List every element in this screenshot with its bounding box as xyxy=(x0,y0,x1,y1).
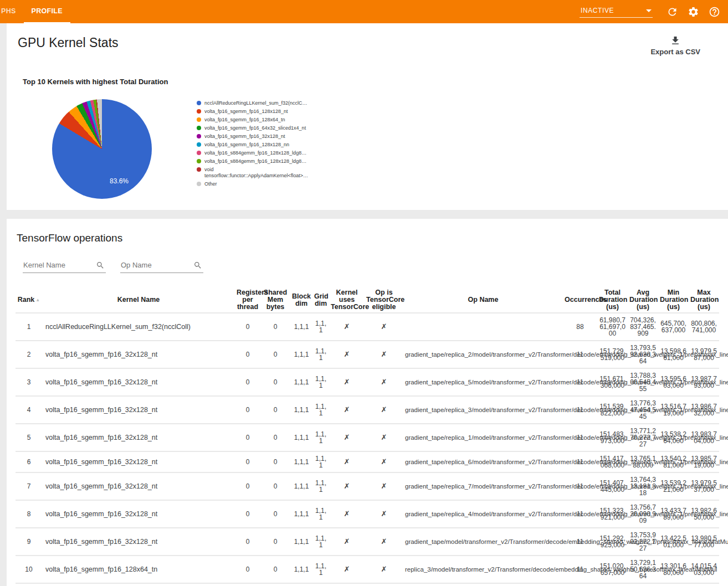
col-header-min[interactable]: Min Duration (us) xyxy=(658,287,689,313)
export-csv-button[interactable]: Export as CSV xyxy=(647,34,704,56)
legend-item: Other xyxy=(197,181,310,187)
legend-bullet-icon xyxy=(197,117,201,122)
cell-rank: 11 xyxy=(16,583,42,586)
cell-min: 13,598,661,000 xyxy=(658,341,689,368)
cell-shared_mem: 0 xyxy=(260,368,290,396)
col-header-label: Max Duration (us) xyxy=(690,289,719,311)
cell-grid_dim: 1,1,1 xyxy=(312,424,329,451)
col-header-tensorcore_eligible[interactable]: Op is TensorCore eligible xyxy=(365,287,403,313)
pie-chart: 83.6% xyxy=(52,99,152,199)
col-header-grid_dim[interactable]: Grid dim xyxy=(312,287,329,313)
cell-avg: 13,793,592,636.364 xyxy=(628,341,658,368)
gpu-kernel-stats-card: GPU Kernel Stats Export as CSV Top 10 Ke… xyxy=(7,23,728,210)
cell-op_name: gradient_tape/model/transformer_v2/Trans… xyxy=(403,528,563,556)
col-header-kernel[interactable]: Kernel Name xyxy=(42,287,235,313)
col-header-max[interactable]: Max Duration (us) xyxy=(689,287,719,313)
cell-avg: 13,764,313,181.818 xyxy=(628,472,658,500)
tab-graphs[interactable]: PHS xyxy=(0,0,24,23)
legend-bullet-icon xyxy=(197,109,201,114)
help-icon xyxy=(709,6,720,18)
cell-rank: 8 xyxy=(16,500,42,528)
cell-rank: 7 xyxy=(16,472,42,500)
legend-item: volta_fp16_sgemm_fp16_64x32_sliced1x4_nt xyxy=(197,125,310,131)
cell-grid_dim: 1,1,1 xyxy=(312,341,329,368)
cell-min: 13,539,221,000 xyxy=(658,472,689,500)
col-header-label: Total Duration (us) xyxy=(599,289,627,311)
legend-bullet-icon xyxy=(197,182,201,186)
cell-rank: 1 xyxy=(16,313,42,341)
table-row: 4volta_fp16_sgemm_fp16_32x128_nt001,1,11… xyxy=(16,396,719,424)
legend-item: volta_fp16_s884gemm_fp16_128x128_ldg8… xyxy=(197,150,310,156)
cell-uses_tensorcore: ✗ xyxy=(329,500,365,528)
cell-shared_mem: 0 xyxy=(260,528,290,556)
col-header-block_dim[interactable]: Block dim xyxy=(290,287,312,313)
tensorflow-operations-card: TensorFlow operations Rank▲Kernel NameRe… xyxy=(7,219,728,586)
col-header-op_name[interactable]: Op Name xyxy=(403,287,563,313)
cell-total: 151,417,068,000 xyxy=(597,451,628,472)
cell-grid_dim: 1,1,1 xyxy=(312,451,329,472)
op-name-filter-input[interactable] xyxy=(120,259,203,273)
search-icon xyxy=(96,261,105,270)
cell-op_name: gradient_tape/replica_1/model/transforme… xyxy=(403,424,563,451)
cell-total: 151,483,973,000 xyxy=(597,424,628,451)
cell-uses_tensorcore: ✗ xyxy=(329,396,365,424)
cell-rank: 2 xyxy=(16,341,42,368)
cell-tensorcore_eligible: ✗ xyxy=(365,313,403,341)
table-row: 10volta_fp16_sgemm_fp16_128x64_tn001,1,1… xyxy=(16,556,719,583)
cell-op_name: replica_3/model/transformer_v2/Transform… xyxy=(403,556,563,583)
cell-uses_tensorcore: ✗ xyxy=(329,451,365,472)
legend-label: volta_fp16_sgemm_fp16_128x128_nt xyxy=(204,109,288,115)
kernel-name-filter-input[interactable] xyxy=(23,259,106,273)
cell-total: 151,020,657,000 xyxy=(597,556,628,583)
cell-avg: 13,776,347,454.545 xyxy=(628,396,658,424)
col-header-total[interactable]: Total Duration (us) xyxy=(597,287,628,313)
table-filters xyxy=(23,259,719,273)
cell-block_dim: 1,1,1 xyxy=(290,528,312,556)
table-row: 2volta_fp16_sgemm_fp16_32x128_nt001,1,11… xyxy=(16,341,719,368)
legend-bullet-icon xyxy=(197,151,201,155)
cell-kernel: volta_fp16_sgemm_fp16_32x128_nt xyxy=(42,528,235,556)
cell-uses_tensorcore: ✗ xyxy=(329,528,365,556)
cell-uses_tensorcore: ✗ xyxy=(329,313,365,341)
col-header-shared_mem[interactable]: Shared Mem bytes xyxy=(260,287,290,313)
cell-shared_mem: 0 xyxy=(260,424,290,451)
operations-table: Rank▲Kernel NameRegisters per threadShar… xyxy=(16,287,719,586)
legend-item: volta_fp16_s884gemm_fp16_128x128_ldg8… xyxy=(197,158,310,165)
refresh-button[interactable] xyxy=(665,5,679,18)
cell-registers: 0 xyxy=(235,451,260,472)
cell-max: 13,979,537,000 xyxy=(689,472,719,500)
cell-block_dim: 1,1,1 xyxy=(290,583,312,586)
table-row: 1ncclAllReduceRingLLKernel_sum_f32(ncclC… xyxy=(16,313,719,341)
cell-rank: 9 xyxy=(16,528,42,556)
cell-op_name: gradient_tape/replica_4/model/transforme… xyxy=(403,500,563,528)
cell-total: 61,980,761,697,000 xyxy=(597,313,628,341)
cell-occurrences: 88 xyxy=(563,313,597,341)
cell-shared_mem: 0 xyxy=(260,556,290,583)
cell-registers: 0 xyxy=(235,583,260,586)
tab-profile[interactable]: PROFILE xyxy=(24,0,70,23)
cell-block_dim: 1,1,1 xyxy=(290,313,312,341)
cell-registers: 0 xyxy=(235,313,260,341)
help-button[interactable] xyxy=(708,5,721,18)
col-header-avg[interactable]: Avg Duration (us) xyxy=(628,287,658,313)
cell-kernel: volta_fp16_sgemm_fp16_32x128_nt xyxy=(42,472,235,500)
cell-uses_tensorcore: ✗ xyxy=(329,341,365,368)
col-header-rank[interactable]: Rank▲ xyxy=(16,287,42,313)
run-selector[interactable]: INACTIVE xyxy=(580,6,653,18)
cell-op_name: gradient_tape/replica_6/model/transforme… xyxy=(403,451,563,472)
col-header-uses_tensorcore[interactable]: Kernel uses TensorCore xyxy=(329,287,365,313)
col-header-occurrences[interactable]: Occurrences xyxy=(563,287,597,313)
col-header-label: Grid dim xyxy=(314,292,329,307)
cell-grid_dim: 1,1,1 xyxy=(312,583,329,586)
cell-avg: 13,713,069,636.364 xyxy=(628,583,658,586)
col-header-label: Rank xyxy=(18,296,35,304)
legend-label: Other xyxy=(204,181,217,187)
cell-registers: 0 xyxy=(235,368,260,396)
col-header-label: Op Name xyxy=(468,296,499,304)
cell-uses_tensorcore: ✗ xyxy=(329,424,365,451)
settings-button[interactable] xyxy=(686,5,700,18)
table-row: 5volta_fp16_sgemm_fp16_32x128_nt001,1,11… xyxy=(16,424,719,451)
col-header-registers[interactable]: Registers per thread xyxy=(235,287,260,313)
cell-rank: 3 xyxy=(16,368,42,396)
cell-op_name: replica_2/model/transformer_v2/Transform… xyxy=(403,583,563,586)
